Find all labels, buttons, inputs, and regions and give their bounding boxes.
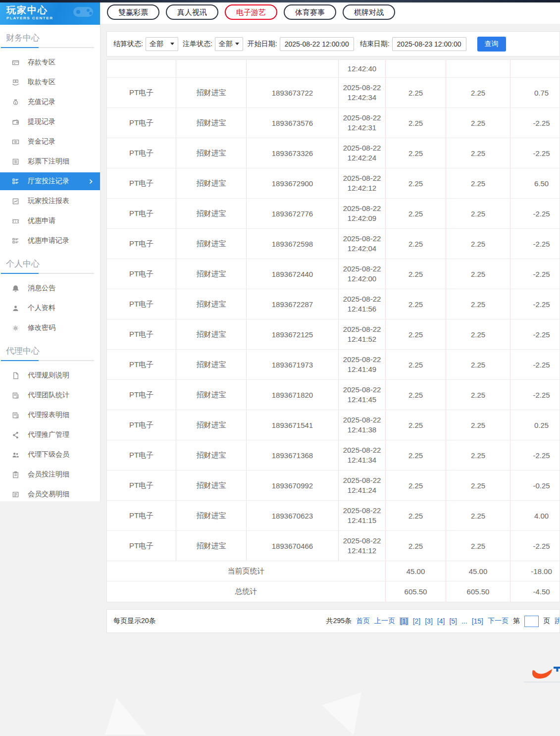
sidebar-item-2-0[interactable]: 代理规则说明 (0, 366, 100, 385)
sidebar-item-1-2[interactable]: 修改密码 (0, 318, 100, 338)
page-link-5[interactable]: [5] (449, 617, 457, 625)
prev-page-link[interactable]: 上一页 (374, 617, 395, 626)
sidebar-item-0-3[interactable]: 提现记录 (0, 112, 100, 132)
end-date-label: 结束日期: (360, 40, 390, 49)
next-page-link[interactable]: 下一页 (488, 617, 509, 626)
sidebar-item-2-4[interactable]: 代理下级会员 (0, 445, 100, 465)
page-link-4[interactable]: [4] (437, 617, 445, 625)
tab-3[interactable]: 电子游艺 (225, 4, 277, 20)
total-count-text: 共295条 (326, 617, 352, 626)
sidebar-section-title: 代理中心 (6, 345, 100, 357)
sidebar-item-1-1[interactable]: 个人资料 (0, 298, 100, 318)
jump-button[interactable]: 跳转 (555, 617, 560, 626)
page-link-15[interactable]: [15] (472, 617, 483, 625)
sidebar-item-0-5[interactable]: 彩票下注明细 (0, 152, 100, 171)
jump-page-input[interactable] (524, 616, 539, 627)
table-row-partial: 12:42:40 (107, 60, 560, 78)
page-size-text: 每页显示20条 (113, 617, 156, 626)
sidebar-item-1-0[interactable]: 消息公告 (0, 278, 100, 298)
sidebar-item-0-8[interactable]: 优惠申请 (0, 211, 100, 231)
table-row-10: PT电子招财进宝18936719732025-08-2212:41:492.25… (107, 350, 560, 380)
win-loss-cell (510, 60, 560, 77)
sidebar-item-label: 充值记录 (28, 98, 55, 106)
table-row-15: PT电子招财进宝18936706232025-08-2212:41:152.25… (107, 501, 560, 531)
sidebar-item-0-2[interactable]: 充值记录 (0, 92, 100, 112)
cash-record-icon (11, 138, 20, 146)
start-date-input[interactable]: 2025-08-22 12:00:00 (280, 37, 354, 51)
bet-amount-cell: 2.25 (386, 259, 446, 289)
end-date-input[interactable]: 2025-08-23 12:00:00 (392, 37, 466, 51)
valid-amount-cell: 2.25 (446, 440, 510, 470)
bet-time-cell: 2025-08-2212:42:12 (339, 168, 386, 198)
sidebar-item-2-3[interactable]: 代理推广管理 (0, 425, 100, 445)
sidebar-item-2-2[interactable]: 代理报表明细 (0, 405, 100, 425)
valid-amount-cell: 2.25 (446, 289, 510, 319)
valid-amount-cell: 2.25 (446, 199, 510, 228)
withdraw-hand-icon (11, 78, 20, 87)
coupon-record-icon (11, 237, 20, 245)
order-status-select[interactable]: 全部 (215, 37, 243, 51)
sidebar-item-0-4[interactable]: 资金记录 (0, 132, 100, 152)
bet-amount-cell: 2.25 (386, 108, 446, 138)
valid-amount-cell: 2.25 (446, 531, 510, 561)
order-id-cell: 1893672776 (247, 199, 339, 228)
bet-amount-cell: 2.25 (386, 471, 446, 500)
deposit-card-icon (11, 58, 20, 67)
bet-time-cell: 2025-08-2212:41:38 (339, 410, 386, 440)
order-id-cell: 1893670992 (247, 471, 339, 500)
sidebar-item-0-6[interactable]: 厅室投注记录 (0, 172, 100, 190)
page-link-1[interactable]: [1] (400, 617, 408, 625)
tab-4[interactable]: 体育赛事 (284, 4, 336, 20)
platform-cell: PT电子 (107, 410, 176, 440)
win-loss-cell: 0.25 (510, 410, 560, 440)
sidebar-item-0-0[interactable]: 存款专区 (0, 53, 100, 72)
person-icon (11, 304, 20, 313)
sidebar-item-0-1[interactable]: 取款专区 (0, 72, 100, 92)
bet-time-cell: 2025-08-2212:42:31 (339, 108, 386, 138)
game-cell: 招财进宝 (176, 229, 247, 259)
tab-2[interactable]: 真人视讯 (166, 4, 218, 20)
tab-1[interactable]: 雙赢彩票 (107, 4, 159, 20)
jump-suffix-label: 页 (543, 617, 550, 626)
page-link-3[interactable]: [3] (425, 617, 433, 625)
sidebar-item-2-1[interactable]: 代理团队统计 (0, 385, 100, 405)
platform-cell: PT电子 (107, 229, 176, 259)
moneybag-icon (11, 98, 20, 106)
valid-amount-cell (446, 60, 510, 77)
summary-valid-cell: 605.50 (446, 581, 510, 602)
sidebar-item-0-7[interactable]: 玩家投注报表 (0, 191, 100, 211)
bet-time-cell: 2025-08-2212:41:24 (339, 471, 386, 500)
table-row-14: PT电子招财进宝18936709922025-08-2212:41:242.25… (107, 471, 560, 501)
platform-cell: PT电子 (107, 199, 176, 228)
order-id-cell: 1893671541 (247, 410, 339, 440)
settle-status-select[interactable]: 全部 (146, 37, 178, 51)
pagination-bar: 每页显示20条 共295条首页上一页[1][2][3][4][5]...[15]… (106, 609, 560, 633)
sidebar-item-label: 提现记录 (28, 117, 55, 126)
sidebar-item-label: 消息公告 (28, 284, 55, 293)
sidebar-item-label: 代理下级会员 (28, 450, 69, 459)
sidebar-item-2-5[interactable]: 会员投注明细 (0, 465, 100, 484)
table-row-3: PT电子招财进宝18936733262025-08-2212:42:242.25… (107, 138, 560, 168)
search-button[interactable]: 查询 (477, 37, 506, 52)
page-link-2[interactable]: [2] (413, 617, 421, 625)
order-id-cell: 1893672598 (247, 229, 339, 259)
table-row-8: PT电子招财进宝18936722872025-08-2212:41:562.25… (107, 289, 560, 319)
order-id-cell: 1893670623 (247, 501, 339, 530)
sidebar-item-label: 代理团队统计 (28, 391, 69, 400)
tab-5[interactable]: 棋牌对战 (343, 4, 395, 20)
sidebar-item-0-9[interactable]: 优惠申请记录 (0, 231, 100, 251)
platform-cell: PT电子 (107, 108, 176, 138)
sidebar-item-label: 厅室投注记录 (28, 177, 69, 186)
table-row-13: PT电子招财进宝18936713682025-08-2212:41:342.25… (107, 440, 560, 471)
summary-bet-cell: 45.00 (386, 561, 446, 581)
gear-icon (11, 324, 20, 332)
start-date-label: 开始日期: (248, 40, 277, 49)
bet-amount-cell: 2.25 (386, 289, 446, 319)
table-row-4: PT电子招财进宝18936729002025-08-2212:42:122.25… (107, 168, 560, 199)
first-page-link[interactable]: 首页 (356, 617, 370, 626)
sidebar-item-label: 玩家投注报表 (28, 197, 69, 206)
sidebar-item-2-6[interactable]: 会员交易明细 (0, 484, 100, 504)
platform-cell: PT电子 (107, 380, 176, 410)
game-cell: 招财进宝 (176, 501, 247, 530)
sidebar-item-label: 优惠申请 (28, 216, 55, 225)
